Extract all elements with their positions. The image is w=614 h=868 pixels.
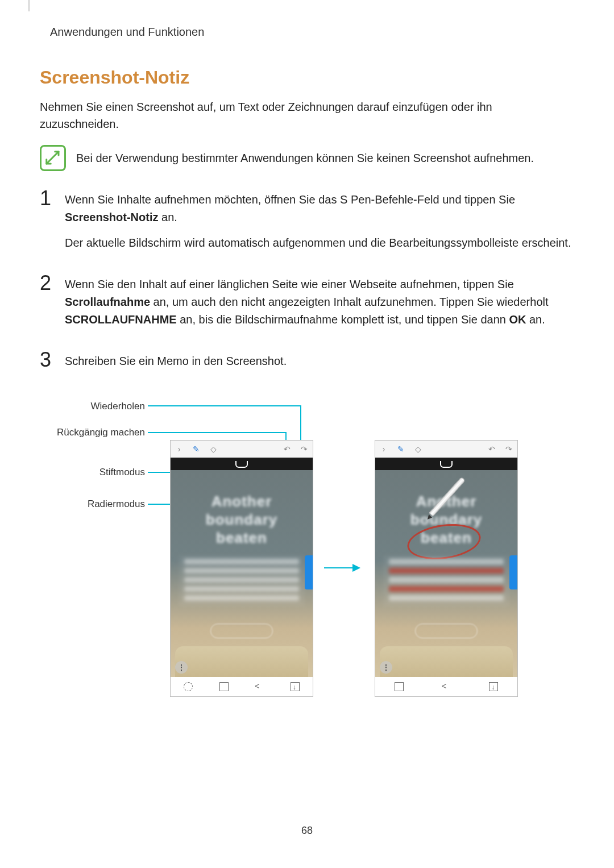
intro-paragraph: Nehmen Sie einen Screenshot auf, um Text… — [40, 98, 551, 132]
step-2-text: Wenn Sie den Inhalt auf einer länglichen… — [65, 276, 574, 329]
mock-headline: boundary — [206, 511, 277, 529]
text: Wenn Sie den Inhalt auf einer länglichen… — [65, 278, 514, 290]
text: an, bis die Bildschirmaufnahme komplett … — [177, 313, 509, 326]
bold-term: Screenshot-Notiz — [65, 211, 158, 223]
step-1-line-2: Der aktuelle Bildschirm wird automatisch… — [65, 234, 574, 252]
back-icon: › — [379, 444, 389, 454]
mock-headline: beaten — [216, 529, 267, 547]
mock-image — [380, 646, 513, 677]
edit-toolbar: › ✎ ◇ ↶ ↷ — [375, 441, 517, 458]
note-text: Bei der Verwendung bestimmter Anwendunge… — [76, 149, 534, 167]
text: Wenn Sie Inhalte aufnehmen möchten, öffn… — [65, 193, 515, 206]
text: an. — [158, 211, 177, 223]
phone-topbar — [375, 458, 517, 470]
leader-line — [300, 405, 301, 445]
step-3-text: Schreiben Sie ein Memo in den Screenshot… — [65, 352, 287, 370]
page-number: 68 — [301, 825, 313, 837]
step-number: 1 — [40, 188, 52, 257]
bottom-action-bar — [171, 677, 313, 696]
eraser-icon: ◇ — [208, 444, 218, 454]
label-redo: Wiederholen — [71, 401, 145, 412]
save-icon — [489, 682, 498, 691]
crop-icon — [395, 682, 404, 691]
phone-mock-left: › ✎ ◇ ↶ ↷ Another boundary beaten ⋮ — [171, 441, 313, 696]
mock-paragraph — [383, 555, 509, 607]
side-tab — [305, 555, 313, 589]
chapter-title: Anwendungen und Funktionen — [50, 26, 574, 39]
label-pen-mode: Stiftmodus — [91, 467, 145, 478]
phone-mock-right: › ✎ ◇ ↶ ↷ Another boundary beaten ⋮ — [375, 441, 517, 696]
crop-icon — [219, 682, 229, 691]
step-3: 3 Schreiben Sie ein Memo in den Screensh… — [40, 352, 574, 378]
save-icon — [291, 682, 300, 691]
step-1-line-1: Wenn Sie Inhalte aufnehmen möchten, öffn… — [65, 191, 574, 226]
leader-line — [148, 405, 301, 406]
mock-headline: Another — [211, 493, 272, 510]
figure-diagram: Wiederholen Rückgängig machen Stiftmodus… — [57, 394, 557, 712]
note-block: Bei der Verwendung bestimmter Anwendunge… — [40, 145, 574, 171]
bottom-action-bar — [375, 677, 517, 696]
step-2: 2 Wenn Sie den Inhalt auf einer länglich… — [40, 276, 574, 337]
step-1: 1 Wenn Sie Inhalte aufnehmen möchten, öf… — [40, 191, 574, 260]
side-tab — [509, 555, 517, 589]
phone-topbar — [171, 458, 313, 470]
label-eraser-mode: Radiermodus — [80, 499, 145, 510]
text: an. — [526, 313, 545, 326]
undo-icon: ↶ — [487, 444, 497, 454]
redo-icon: ↷ — [299, 444, 309, 454]
mock-button — [210, 624, 273, 638]
mock-image — [175, 646, 308, 677]
pen-icon: ✎ — [191, 444, 201, 454]
label-undo: Rückgängig machen — [57, 427, 145, 438]
bold-term: SCROLLAUFNAHME — [65, 313, 177, 326]
mock-button — [415, 624, 478, 638]
note-icon — [40, 145, 66, 171]
step-number: 3 — [40, 350, 52, 375]
step-number: 2 — [40, 273, 52, 334]
bold-term: OK — [509, 313, 526, 326]
eraser-icon: ◇ — [413, 444, 423, 454]
share-icon — [255, 682, 264, 691]
section-title: Screenshot-Notiz — [40, 67, 574, 88]
mock-paragraph — [179, 555, 305, 607]
back-icon: › — [174, 444, 184, 454]
redo-icon: ↷ — [504, 444, 514, 454]
undo-icon: ↶ — [282, 444, 292, 454]
phone-screen: Another boundary beaten ⋮ — [171, 470, 313, 696]
more-icon: ⋮ — [175, 661, 188, 674]
scroll-capture-icon — [184, 682, 193, 691]
more-icon: ⋮ — [380, 661, 392, 674]
share-icon — [442, 682, 451, 691]
leader-line — [148, 432, 287, 433]
pen-icon: ✎ — [396, 444, 406, 454]
edit-toolbar: › ✎ ◇ ↶ ↷ — [171, 441, 313, 458]
arrow-icon — [324, 562, 364, 574]
bold-term: Scrollaufnahme — [65, 296, 150, 308]
phone-screen: Another boundary beaten ⋮ — [375, 470, 517, 696]
text: an, um auch den nicht angezeigten Inhalt… — [150, 296, 548, 308]
